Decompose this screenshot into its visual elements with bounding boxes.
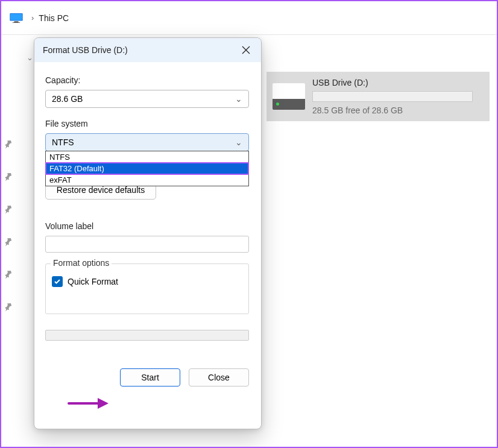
filesystem-option-ntfs[interactable]: NTFS — [46, 151, 248, 163]
drive-capacity-bar — [312, 91, 473, 102]
volume-label-input[interactable] — [45, 236, 249, 253]
chevron-right-icon: › — [31, 13, 34, 22]
close-icon — [242, 46, 250, 54]
format-progress-bar — [45, 330, 249, 341]
checkbox-checked-icon — [52, 276, 63, 287]
drive-icon — [273, 83, 305, 110]
monitor-icon — [10, 13, 23, 23]
svg-rect-2 — [14, 21, 18, 22]
filesystem-combobox[interactable]: NTFS ⌄ — [45, 133, 249, 151]
filesystem-option-fat32[interactable]: FAT32 (Default) — [46, 163, 248, 174]
drive-tile-free: 28.5 GB free of 28.6 GB — [312, 106, 484, 115]
format-dialog: Format USB Drive (D:) Capacity: 28.6 GB … — [34, 37, 262, 429]
pin-icon — [2, 171, 15, 184]
svg-rect-3 — [13, 22, 20, 23]
breadcrumb: › This PC — [1, 1, 497, 35]
chevron-down-icon: ⌄ — [235, 137, 242, 147]
filesystem-option-exfat[interactable]: exFAT — [46, 174, 248, 186]
filesystem-selected: NTFS — [52, 137, 74, 147]
filesystem-label: File system — [45, 119, 250, 128]
pin-icon — [2, 203, 15, 216]
dialog-titlebar[interactable]: Format USB Drive (D:) — [34, 38, 261, 62]
pin-icon — [2, 236, 15, 249]
annotation-arrow-icon — [68, 396, 110, 411]
format-options-group: Format options Quick Format — [45, 263, 249, 314]
pinned-icons-column — [4, 140, 16, 335]
filesystem-dropdown: NTFS FAT32 (Default) exFAT — [45, 151, 249, 186]
pin-icon — [2, 268, 15, 282]
drive-tile-usb[interactable]: USB Drive (D:) 28.5 GB free of 28.6 GB — [266, 72, 490, 121]
close-dialog-button[interactable]: Close — [189, 368, 249, 386]
drive-tile-name: USB Drive (D:) — [312, 78, 484, 87]
close-button[interactable] — [239, 43, 253, 57]
volume-label-caption: Volume label — [45, 221, 250, 231]
pin-icon — [2, 301, 15, 314]
quick-format-label: Quick Format — [68, 277, 118, 286]
format-options-caption: Format options — [51, 258, 112, 268]
dialog-title: Format USB Drive (D:) — [43, 45, 128, 55]
capacity-combobox[interactable]: 28.6 GB ⌄ — [45, 90, 249, 108]
chevron-down-icon[interactable]: ⌄ — [27, 53, 33, 62]
breadcrumb-location[interactable]: This PC — [39, 13, 69, 23]
capacity-value: 28.6 GB — [52, 94, 83, 104]
chevron-down-icon: ⌄ — [235, 94, 242, 104]
capacity-label: Capacity: — [45, 75, 250, 85]
quick-format-checkbox[interactable]: Quick Format — [52, 276, 242, 287]
pin-icon — [2, 138, 15, 151]
svg-rect-1 — [10, 13, 22, 20]
start-button[interactable]: Start — [120, 368, 180, 386]
